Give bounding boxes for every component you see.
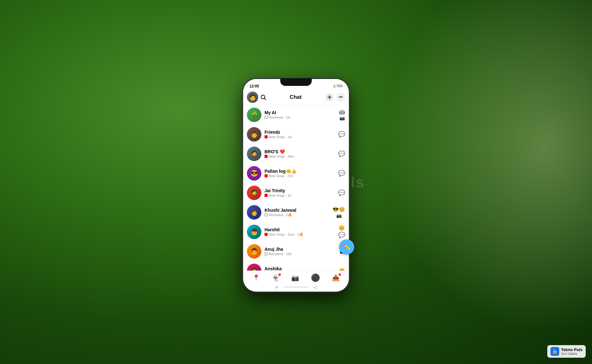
- avatar-anuj: 👨: [247, 244, 261, 259]
- chat-info-paltan: Paltan log👊👍 New Snap · 21h: [265, 169, 338, 178]
- chat-item-anshika[interactable]: 👩‍🦱 Anshika Received · 20h 😊: [243, 261, 349, 271]
- chat-bubble-icon-paltan: 💬: [338, 170, 345, 177]
- avatar-bros: 🧔: [247, 147, 261, 161]
- chat-status-khushi: Received · 2🔥: [265, 213, 333, 217]
- chat-status-my-ai: Received · 1d: [265, 115, 339, 119]
- phone-wrapper: 12:05 🔋71% 🧑 Chat: [242, 78, 350, 292]
- chat-item-khushi[interactable]: 👩 Khushi Jaiswal Received · 2🔥 😎😊 📷: [243, 203, 349, 222]
- phone-screen: 12:05 🔋71% 🧑 Chat: [243, 79, 349, 292]
- brand-text: Tekno Puls Son Dakika: [561, 347, 583, 356]
- add-friend-icon: ➕: [327, 95, 332, 99]
- received-dot: [265, 116, 268, 119]
- avatar-jai: 🧔: [247, 186, 261, 200]
- snap-fab-icon: ✏️: [343, 243, 351, 251]
- chat-info-khushi: Khushi Jaiswal Received · 2🔥: [265, 208, 333, 217]
- chat-list: 🌳 My AI Received · 1d 🤖 📷: [243, 105, 349, 271]
- avatar-harshit: 👦: [247, 225, 261, 239]
- svg-line-1: [265, 98, 266, 100]
- search-icon: [260, 94, 266, 100]
- chat-right-my-ai: 🤖 📷: [339, 109, 345, 120]
- new-snap-dot-jai: [265, 194, 268, 197]
- chat-status-bros: New Snap · 49m: [265, 154, 338, 158]
- brand-icon: 🔒: [550, 347, 559, 356]
- received-dot-khushi: [265, 213, 268, 216]
- chat-info-my-ai: My AI Received · 1d: [265, 110, 339, 119]
- chat-status-harshit: New Snap · 1mo · 2🔥: [265, 232, 338, 237]
- snap-fab-button[interactable]: ✏️: [339, 239, 354, 255]
- chat-bubble-icon-harshit: 💬: [338, 232, 345, 238]
- chat-name-jai: Jai Trinity: [265, 188, 338, 193]
- chat-name-bros: BRO'S ❤️: [265, 149, 338, 154]
- camera-icon: 📷: [339, 115, 345, 120]
- svg-point-0: [261, 95, 265, 99]
- ai-icon: 🤖: [339, 109, 345, 115]
- nav-camera[interactable]: 📷: [291, 274, 299, 282]
- chat-info-bros: BRO'S ❤️ New Snap · 49m: [265, 149, 338, 158]
- avatar-khushi: 👩: [247, 205, 261, 220]
- new-snap-dot-harshit: [265, 233, 268, 236]
- chat-name-anuj: Anuj Jha: [265, 247, 340, 252]
- camera-icon-khushi: 📷: [336, 213, 342, 218]
- new-snap-dot-paltan: [265, 174, 268, 177]
- avatar-my-ai: 🌳: [247, 108, 261, 122]
- nav-stories[interactable]: 👻: [272, 274, 280, 282]
- discover-badge: [339, 273, 341, 276]
- nav-map[interactable]: 📍: [252, 274, 260, 282]
- nav-snap[interactable]: ⚫: [311, 273, 320, 282]
- chat-name-paltan: Paltan log👊👍: [265, 169, 338, 174]
- stories-badge: [278, 273, 281, 276]
- chat-right-friendz: 💬: [338, 131, 345, 138]
- add-friend-button[interactable]: ➕: [325, 93, 334, 102]
- lock-icon: 🔒: [552, 349, 557, 354]
- home-bar: [283, 287, 308, 288]
- chat-item-jai[interactable]: 🧔 Jai Trinity New Snap · 1h 💬: [243, 183, 349, 203]
- chat-bubble-icon-jai: 💬: [338, 189, 345, 196]
- chat-item-friendz[interactable]: 👨 Friendz New Snap · 1w 💬: [243, 125, 349, 144]
- emoji-smile-harshit: 😊: [339, 225, 345, 231]
- chat-item-paltan[interactable]: 😎 Paltan log👊👍 New Snap · 21h 💬: [243, 164, 349, 183]
- header-actions: ➕ •••: [325, 93, 345, 102]
- chat-bubble-icon: 💬: [338, 131, 345, 138]
- chat-item-harshit[interactable]: 👦 Harshit New Snap · 1mo · 2🔥 😊 💬: [243, 222, 349, 242]
- chat-name-harshit: Harshit: [265, 227, 338, 232]
- nav-discover[interactable]: 📤: [332, 274, 340, 282]
- user-avatar[interactable]: 🧑: [247, 92, 258, 103]
- notch: [280, 78, 312, 86]
- search-button[interactable]: [260, 94, 266, 100]
- chat-right-anshika: 😊: [339, 268, 345, 271]
- chat-name-friendz: Friendz: [265, 130, 338, 135]
- chat-right-harshit: 😊 💬: [338, 225, 345, 238]
- avatar-paltan: 😎: [247, 166, 261, 181]
- chat-info-harshit: Harshit New Snap · 1mo · 2🔥: [265, 227, 338, 237]
- chat-right-paltan: 💬: [338, 170, 345, 177]
- status-time: 12:05: [249, 84, 259, 88]
- chat-info-friendz: Friendz New Snap · 1w: [265, 130, 338, 139]
- chat-info-anshika: Anshika Received · 20h: [265, 266, 339, 271]
- phone-frame: 12:05 🔋71% 🧑 Chat: [242, 78, 350, 292]
- chat-item-bros[interactable]: 🧔 BRO'S ❤️ New Snap · 49m 💬: [243, 144, 349, 164]
- chat-name-khushi: Khushi Jaiswal: [265, 208, 333, 213]
- avatar-friendz: 👨: [247, 127, 261, 142]
- new-snap-dot: [265, 135, 268, 138]
- avatar-anshika: 👩‍🦱: [247, 264, 261, 271]
- map-icon: 📍: [252, 274, 260, 282]
- emoji-smile-anshika: 😊: [339, 268, 345, 271]
- background-blur: [355, 0, 592, 364]
- status-icons: 🔋71%: [333, 84, 343, 88]
- chat-right-jai: 💬: [338, 189, 345, 196]
- brand-sub: Son Dakika: [561, 352, 583, 356]
- more-options-button[interactable]: •••: [336, 93, 345, 102]
- back-btn: ◁: [313, 285, 317, 290]
- chat-item-anuj[interactable]: 👨 Anuj Jha Received · 16h 📷: [243, 242, 349, 261]
- chat-item-my-ai[interactable]: 🌳 My AI Received · 1d 🤖 📷: [243, 105, 349, 125]
- snap-circle-icon: ⚫: [311, 273, 320, 282]
- chat-status-jai: New Snap · 1h: [265, 193, 338, 197]
- chat-status-anuj: Received · 16h: [265, 252, 340, 256]
- home-indicator: ≡ ◁: [243, 283, 349, 292]
- brand-name: Tekno Puls: [561, 347, 583, 352]
- battery-icon: 🔋71%: [333, 84, 343, 88]
- menu-btn: ≡: [275, 285, 278, 290]
- camera-nav-icon: 📷: [291, 274, 299, 282]
- chat-info-anuj: Anuj Jha Received · 16h: [265, 247, 340, 256]
- new-snap-dot-bros: [265, 155, 268, 158]
